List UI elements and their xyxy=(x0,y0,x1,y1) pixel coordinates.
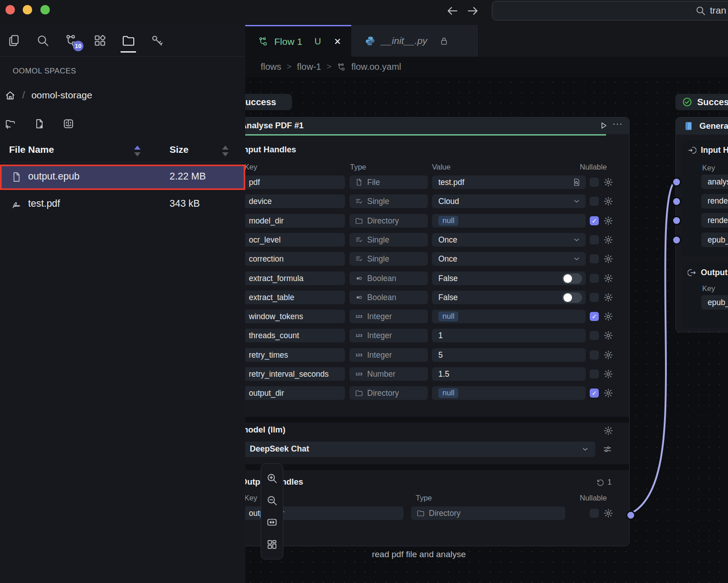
value-field[interactable]: 1 xyxy=(432,329,586,342)
output-port[interactable] xyxy=(626,510,636,520)
gear-icon[interactable] xyxy=(603,292,613,302)
gear-icon[interactable] xyxy=(603,254,613,264)
file-row-test.pdf[interactable]: test.pdf343 kB xyxy=(0,192,245,217)
new-folder-icon[interactable] xyxy=(5,118,16,130)
nullable-checkbox[interactable] xyxy=(590,197,599,206)
file-row-output.epub[interactable]: output.epub2.22 MB xyxy=(0,165,245,190)
value-field[interactable]: null xyxy=(432,214,586,228)
value-field[interactable]: 5 xyxy=(432,348,586,362)
node-analyse-pdf[interactable]: Analyse PDF #1 ··· Input Handles Key Typ… xyxy=(245,117,630,546)
gear-icon[interactable] xyxy=(603,330,613,340)
gear-icon[interactable] xyxy=(603,350,613,360)
key-field[interactable]: extract_formula xyxy=(245,272,345,285)
flow-canvas[interactable]: Success Analyse PDF #1 ··· Input Handles… xyxy=(245,77,728,583)
key-field[interactable]: ocr_level xyxy=(245,233,345,247)
gear-icon[interactable] xyxy=(603,273,613,283)
auto-layout-icon[interactable] xyxy=(266,539,278,550)
key-field[interactable]: pdf xyxy=(245,175,345,189)
key-field[interactable]: extract_table xyxy=(245,291,345,304)
zoom-window-button[interactable] xyxy=(40,5,50,15)
gear-icon[interactable] xyxy=(603,216,613,226)
back-icon[interactable] xyxy=(446,4,459,18)
column-size[interactable]: Size xyxy=(170,144,189,155)
gear-icon[interactable] xyxy=(603,196,613,206)
nullable-checkbox[interactable] xyxy=(590,254,599,263)
new-file-icon[interactable] xyxy=(34,118,45,130)
nullable-checkbox[interactable]: ✓ xyxy=(590,389,599,398)
value-field[interactable]: Once xyxy=(432,252,586,266)
nullable-checkbox[interactable] xyxy=(590,350,599,360)
type-field[interactable]: Integer xyxy=(349,329,428,342)
type-field[interactable]: Integer xyxy=(349,310,428,323)
activity-item-folder[interactable] xyxy=(119,25,138,57)
sliders-icon[interactable] xyxy=(602,444,612,454)
type-field[interactable]: Directory xyxy=(349,386,428,400)
input-port[interactable] xyxy=(672,216,681,225)
gear-icon[interactable] xyxy=(603,508,613,518)
close-tab-icon[interactable]: × xyxy=(334,36,341,47)
key-field[interactable]: analys xyxy=(701,175,728,189)
value-field[interactable]: Once xyxy=(432,233,586,247)
type-field[interactable]: Integer xyxy=(349,348,428,362)
value-field[interactable]: null xyxy=(432,386,586,400)
run-history[interactable]: 1 xyxy=(596,478,612,487)
type-field[interactable]: Directory xyxy=(349,214,428,228)
breadcrumb-item[interactable]: flow.oo.yaml xyxy=(351,62,401,72)
zoom-out-icon[interactable] xyxy=(266,495,278,506)
path-segment[interactable]: oomol-storage xyxy=(31,90,92,101)
nullable-checkbox[interactable]: ✓ xyxy=(590,312,599,321)
value-field[interactable]: Cloud xyxy=(432,194,586,208)
input-port[interactable] xyxy=(672,197,681,206)
input-port[interactable] xyxy=(672,177,681,187)
type-field[interactable]: Single xyxy=(349,252,428,266)
run-node-icon[interactable] xyxy=(598,121,608,131)
nullable-checkbox[interactable]: ✓ xyxy=(590,216,599,225)
type-field[interactable]: Boolean xyxy=(349,272,428,285)
key-field[interactable]: retry_interval_seconds xyxy=(245,367,345,381)
type-field[interactable]: Directory xyxy=(411,506,565,520)
reveal-in-finder-icon[interactable] xyxy=(63,118,74,130)
key-field[interactable]: epub_ xyxy=(701,295,728,310)
key-field[interactable]: rende xyxy=(701,194,728,209)
key-field[interactable]: epub_ xyxy=(701,233,728,247)
node-generate[interactable]: Genera Input Handles Key analysrenderend… xyxy=(675,117,728,332)
type-field[interactable]: Single xyxy=(349,233,428,247)
tab-init-py[interactable]: __init__.py xyxy=(351,25,479,57)
sort-size[interactable] xyxy=(222,146,228,156)
type-field[interactable]: Single xyxy=(349,194,428,208)
value-field[interactable]: 1.5 xyxy=(432,367,586,381)
gear-icon[interactable] xyxy=(603,311,613,321)
nullable-checkbox[interactable] xyxy=(590,235,599,244)
key-field[interactable]: window_tokens xyxy=(245,310,345,323)
value-field[interactable]: test.pdf xyxy=(432,175,586,189)
gear-icon[interactable] xyxy=(603,388,613,398)
type-field[interactable]: Number xyxy=(349,367,428,381)
gear-icon[interactable] xyxy=(603,426,613,436)
activity-item-key[interactable] xyxy=(147,25,166,57)
activity-item-extensions[interactable] xyxy=(90,25,109,57)
gear-icon[interactable] xyxy=(603,235,613,245)
key-field[interactable]: rende xyxy=(701,213,728,228)
value-field[interactable]: null xyxy=(432,310,586,323)
key-field[interactable]: retry_times xyxy=(245,348,345,362)
type-field[interactable]: Boolean xyxy=(349,291,428,304)
node-menu-icon[interactable]: ··· xyxy=(612,118,623,129)
nullable-checkbox[interactable] xyxy=(590,331,599,340)
model-select[interactable]: DeepSeek Chat xyxy=(245,442,595,457)
key-field[interactable]: threads_count xyxy=(245,329,345,342)
forward-icon[interactable] xyxy=(466,4,480,18)
home-icon[interactable] xyxy=(5,90,16,101)
key-field[interactable]: device xyxy=(245,194,345,208)
nullable-checkbox[interactable] xyxy=(590,178,599,187)
node-header[interactable]: Genera xyxy=(676,117,728,135)
search-input[interactable]: tran xyxy=(492,1,728,20)
zoom-in-icon[interactable] xyxy=(266,472,278,484)
key-field[interactable]: output_dir xyxy=(245,386,345,400)
gear-icon[interactable] xyxy=(603,369,613,379)
toggle-off[interactable] xyxy=(562,273,582,284)
breadcrumb-item[interactable]: flow-1 xyxy=(297,62,321,72)
activity-item-flow[interactable]: 10 xyxy=(62,25,81,57)
key-field[interactable]: model_dir xyxy=(245,214,345,228)
close-window-button[interactable] xyxy=(5,5,15,15)
tab-flow-1[interactable]: Flow 1 U × xyxy=(245,25,351,57)
